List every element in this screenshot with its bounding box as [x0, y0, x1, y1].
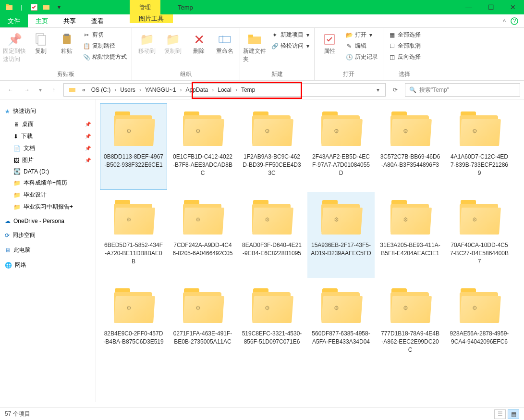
forward-button[interactable]: →: [20, 83, 34, 97]
sidebar-item[interactable]: 🖥桌面📌: [0, 118, 96, 130]
item-icon: 📁: [13, 204, 21, 210]
easyaccess-button[interactable]: 🔗轻松访问▾: [269, 41, 311, 51]
recent-dropdown[interactable]: ▾: [37, 83, 44, 97]
maximize-button[interactable]: ☐: [480, 0, 502, 14]
pin-button[interactable]: 📌固定到快速访问: [3, 30, 27, 63]
window-controls: — ☐ ✕: [458, 0, 524, 14]
folder-item[interactable]: ⚙31E3A205-BE93-411A-B5F8-E4204AEAC3E1: [377, 192, 444, 278]
sidebar-item[interactable]: 📁本科成绩单+简历: [0, 177, 96, 189]
back-button[interactable]: ←: [4, 83, 17, 97]
pin-icon: 📌: [85, 158, 91, 163]
copypath-button[interactable]: 📋复制路径: [81, 41, 129, 51]
folder-item[interactable]: ⚙1F2AB9A3-BC9C-462D-BD39-FF50CEE4D33C: [238, 103, 305, 190]
nav-this-pc[interactable]: 🖥此电脑: [0, 244, 96, 256]
copyto-button[interactable]: 📁复制到: [161, 30, 185, 55]
crumb[interactable]: YANGGU~1: [142, 86, 179, 93]
help-icon[interactable]: ?: [511, 17, 518, 25]
newitem-button[interactable]: ✦新建项目▾: [269, 30, 311, 40]
folder-item[interactable]: ⚙928AE56A-2878-4959-9CA4-94042096EFC6: [446, 280, 513, 367]
sidebar-item[interactable]: 📄文档📌: [0, 142, 96, 154]
folder-item[interactable]: ⚙82B4E9C0-2FF0-457D-B4BA-B875C6D3E519: [100, 280, 167, 367]
search-placeholder: 搜索"Temp": [419, 86, 449, 94]
cut-button[interactable]: ✂剪切: [81, 30, 129, 40]
collapse-ribbon-icon[interactable]: ^: [503, 18, 506, 25]
minimize-button[interactable]: —: [458, 0, 480, 14]
address-row: ← → ▾ ↑ « OS (C:)› Users› YANGGU~1› AppD…: [0, 81, 524, 99]
item-label: DATA (D:): [24, 168, 49, 175]
paste-button[interactable]: 粘贴: [55, 30, 79, 55]
chevron-right-icon[interactable]: ›: [113, 86, 117, 93]
properties-button[interactable]: 属性: [317, 30, 341, 55]
tab-file[interactable]: 文件: [0, 14, 28, 27]
invert-button[interactable]: ◫反向选择: [386, 52, 423, 62]
tab-share[interactable]: 共享: [56, 14, 84, 27]
nav-onedrive[interactable]: ☁OneDrive - Persona: [0, 216, 96, 226]
item-icon: 📁: [13, 180, 21, 186]
folder-item[interactable]: ⚙519C8EFC-3321-4530-856F-51D097C071E6: [238, 280, 305, 367]
folder-item[interactable]: ⚙6BED5D71-5852-434F-A720-BE11DB8BAE0B: [100, 192, 167, 278]
nav-network[interactable]: 🌐网络: [0, 259, 96, 271]
crumb[interactable]: OS (C:): [88, 86, 114, 93]
crumb[interactable]: Temp: [238, 86, 258, 93]
folder-item[interactable]: ⚙8EAD0F3F-D640-4E21-9EB4-E6C8228B1095: [238, 192, 305, 278]
folder-item[interactable]: ⚙70AF40CA-10DD-4C57-BC27-B4E5864400B7: [446, 192, 513, 278]
chevron-right-icon[interactable]: ›: [179, 86, 183, 93]
selectall-button[interactable]: ▦全部选择: [386, 30, 423, 40]
folder-icon[interactable]: [66, 86, 79, 93]
chevron-right-icon[interactable]: ›: [138, 86, 142, 93]
qat-dropdown-icon[interactable]: ▾: [54, 2, 64, 12]
details-view-button[interactable]: ☰: [494, 409, 506, 419]
properties-icon[interactable]: [29, 2, 39, 12]
folder-item[interactable]: ⚙4A1A60D7-C12C-4ED7-839B-733ECF212869: [446, 103, 513, 190]
address-bar[interactable]: « OS (C:)› Users› YANGGU~1› AppData› Loc…: [63, 83, 386, 97]
chevron-right-icon[interactable]: ›: [234, 86, 238, 93]
copy-button[interactable]: 复制: [29, 30, 53, 55]
refresh-button[interactable]: ⟳: [389, 83, 402, 97]
close-button[interactable]: ✕: [502, 0, 524, 14]
icons-view-button[interactable]: ▦: [508, 409, 519, 419]
tab-picture-tools[interactable]: 图片工具: [130, 14, 173, 23]
copy-icon: [33, 32, 49, 47]
crumb[interactable]: Users: [117, 86, 138, 93]
newfolder-button[interactable]: 新建文件夹: [243, 30, 267, 63]
nav-sync[interactable]: ⟳同步空间: [0, 229, 96, 241]
crumb-overflow[interactable]: «: [79, 86, 88, 93]
content-pane[interactable]: ⚙0B8DD113-8DEF-4967-B502-938F322E6CE1⚙0E…: [96, 99, 524, 402]
folder-item[interactable]: ⚙2F43AAF2-EB5D-4ECF-97A7-A7D01084055D: [307, 103, 375, 190]
tab-home[interactable]: 主页: [28, 14, 56, 27]
selectnone-button[interactable]: ☐全部取消: [386, 41, 423, 51]
sidebar-item[interactable]: ⬇下载📌: [0, 130, 96, 142]
folder-item[interactable]: ⚙7CDF242A-A9DD-4C46-8205-6A0466492C05: [169, 192, 236, 278]
edit-button[interactable]: ✎编辑: [343, 41, 380, 51]
address-dropdown[interactable]: ▾: [372, 86, 383, 93]
rename-button[interactable]: 重命名: [213, 30, 237, 55]
crumb[interactable]: AppData: [183, 86, 211, 93]
sidebar-item[interactable]: 💽DATA (D:): [0, 166, 96, 177]
newfolder-icon[interactable]: [41, 2, 52, 12]
up-button[interactable]: ↑: [47, 83, 61, 97]
folder-item[interactable]: ⚙0E1CFB1D-C412-4022-B7F8-AEE3ADCAD8BC: [169, 103, 236, 190]
svg-rect-0: [6, 5, 12, 10]
crumb[interactable]: Local: [215, 86, 234, 93]
folder-item[interactable]: ⚙3C572C7B-BB69-46D6-A80A-B3F3544896F3: [377, 103, 444, 190]
sidebar-item[interactable]: 📁毕业设计: [0, 189, 96, 201]
pasteshortcut-button[interactable]: 📎粘贴快捷方式: [81, 52, 129, 62]
moveto-button[interactable]: 📁移动到: [135, 30, 159, 55]
search-box[interactable]: 🔍 搜索"Temp": [405, 83, 520, 97]
item-count: 57 个项目: [5, 410, 30, 418]
folder-item[interactable]: ⚙15A936EB-2F17-43F5-AD19-D239AAFEC5FD: [307, 192, 375, 278]
nav-quick-access[interactable]: ★快速访问: [0, 105, 96, 117]
folder-item[interactable]: ⚙777D1B18-78A9-4E4B-A862-EEC2E99DC20C: [377, 280, 444, 367]
sidebar-item[interactable]: 📁毕业实习中期报告+: [0, 201, 96, 213]
folder-icon[interactable]: [4, 2, 14, 12]
delete-button[interactable]: ✕删除: [187, 30, 211, 55]
chevron-right-icon[interactable]: ›: [211, 86, 215, 93]
folder-item[interactable]: ⚙560DF877-6385-4958-A5FA-FEB433A34D04: [307, 280, 375, 367]
history-button[interactable]: 🕓历史记录: [343, 52, 380, 62]
sidebar-item[interactable]: 🖼图片📌: [0, 154, 96, 166]
open-button[interactable]: 📂打开▾: [343, 30, 380, 40]
folder-item[interactable]: ⚙0B8DD113-8DEF-4967-B502-938F322E6CE1: [100, 103, 167, 190]
tab-view[interactable]: 查看: [84, 14, 111, 27]
delete-icon: ✕: [191, 32, 207, 47]
folder-item[interactable]: ⚙0271F1FA-463E-491F-BE0B-2735005A11AC: [169, 280, 236, 367]
